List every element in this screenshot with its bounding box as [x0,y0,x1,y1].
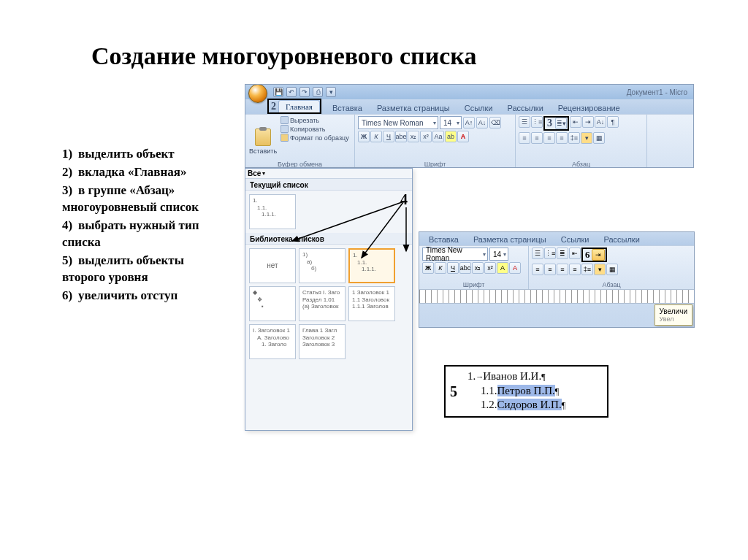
tab-mailings[interactable]: Рассылки [500,102,549,114]
format-painter-button[interactable]: Формат по образцу [279,134,351,142]
ribbon2-para-group: ☰ ⋮≡ ≣ ⇤ 6 ⇥ ≡ ≡ ≡ ≡ ‡≡ ▾ ▦ Абзац [529,246,694,289]
show-marks-button[interactable]: ¶ [607,116,619,128]
thumb-style-6[interactable]: I. Заголовок 1A. Заголово1. Заголо [249,324,296,359]
r2-multilevel[interactable]: ≣ [557,248,568,259]
ribbon-main: 💾 ↶ ↷ ⎙ ▾ Документ1 - Micro 2 Главная Вс… [245,84,694,168]
tab-insert[interactable]: Вставка [326,102,369,114]
tab-review[interactable]: Рецензирование [552,102,627,114]
step-2: 2)вкладка «Главная» [62,164,230,181]
step-6: 6)увеличить отступ [62,288,230,304]
r2-align-r[interactable]: ≡ [557,264,568,275]
group-clipboard: Вставить Вырезать Копировать Формат по о… [245,115,355,168]
tab2-layout[interactable]: Разметка страницы [467,234,553,245]
instructions-list: 1)выделить объект 2)вкладка «Главная» 3)… [62,146,230,305]
qat-redo-icon[interactable]: ↷ [299,87,310,97]
line-spacing-button[interactable]: ‡≡ [568,132,580,144]
italic-button[interactable]: К [370,131,382,142]
r2-highlight[interactable]: A [497,262,508,274]
step-1: 1)выделить объект [62,146,230,163]
quick-access-toolbar: 💾 ↶ ↷ ⎙ ▾ Документ1 - Micro [245,85,693,99]
callout-3: 3 ≣▾ [543,116,569,131]
group-label-paragraph: Абзац [516,161,646,168]
r2-align-l[interactable]: ≡ [532,264,543,275]
office-button[interactable] [248,84,267,103]
r2-color[interactable]: A [509,262,521,274]
scissors-icon [280,116,289,124]
tab2-references[interactable]: Ссылки [554,234,596,245]
font-size-combo[interactable]: 14 [440,116,462,129]
bold-button[interactable]: Ж [358,131,370,142]
justify-button[interactable]: ≡ [556,132,568,144]
r2-sup[interactable]: x² [484,262,496,274]
step-3: 3)в группе «Абзац» многоуровневый список [62,183,230,216]
borders-button[interactable]: ▦ [593,132,605,144]
thumb-style-4[interactable]: Статья I. ЗагоРаздел 1.01(a) Заголовок [299,286,346,321]
ribbon2-tabs: Вставка Разметка страницы Ссылки Рассылк… [419,232,694,245]
window-title: Документ1 - Micro [627,88,690,96]
gallery-section-current: Текущий список [245,179,412,191]
strike-button[interactable]: abe [395,131,407,142]
r2-strike[interactable]: abc [459,262,471,274]
superscript-button[interactable]: x² [420,131,432,142]
thumb-style-5[interactable]: 1 Заголовок 11.1 Заголовок1.1.1 Заголов [348,286,395,321]
r2-increase-indent-button[interactable]: ⇥ [592,249,605,261]
tab-layout[interactable]: Разметка страницы [370,102,457,114]
qat-more-icon[interactable]: ▾ [326,87,336,97]
increase-indent-button[interactable]: ⇥ [582,116,594,128]
qat-print-icon[interactable]: ⎙ [313,87,323,97]
r2-para-label: Абзац [529,281,694,288]
callout-5: 5 [450,383,457,400]
r2-bold[interactable]: Ж [422,262,434,274]
tab2-mailings[interactable]: Рассылки [597,234,646,245]
r2-size-combo[interactable]: 14 [489,248,508,261]
align-left-button[interactable]: ≡ [519,132,530,144]
tab-references[interactable]: Ссылки [458,102,500,114]
shading-button[interactable]: ▾ [581,132,592,144]
sort-button[interactable]: A↓ [595,116,606,128]
r2-italic[interactable]: К [435,262,446,274]
qat-save-icon[interactable]: 💾 [273,87,283,97]
r2-align-c[interactable]: ≡ [544,264,556,275]
qat-undo-icon[interactable]: ↶ [286,87,297,97]
font-name-combo[interactable]: Times New Roman [358,116,438,129]
r2-sub[interactable]: x₂ [472,262,484,274]
sample-row-2: 1.1.Петров П.П. [468,384,565,399]
align-center-button[interactable]: ≡ [531,132,543,144]
bullets-button[interactable]: ☰ [519,116,530,128]
group-label-font: Шрифт [355,161,515,168]
r2-underline[interactable]: Ч [447,262,459,274]
copy-icon [280,125,289,133]
thumb-style-7[interactable]: Глава 1 ЗаглЗаголовок 2Заголовок 3 [299,324,346,359]
step-5: 5)выделить объекты второго уровня [62,253,230,286]
change-case-button[interactable]: Aa [432,131,444,142]
paste-button[interactable]: Вставить [248,116,278,167]
shrink-font-icon[interactable]: A↓ [476,117,488,129]
grow-font-icon[interactable]: A↑ [463,117,475,129]
r2-numbering[interactable]: ⋮≡ [544,248,556,259]
underline-button[interactable]: Ч [383,131,394,142]
tab-home[interactable]: Главная [278,100,320,112]
thumb-style-3[interactable]: ◆❖▪ [249,286,296,321]
highlight-button[interactable]: ab [445,131,457,142]
clear-format-icon[interactable]: ⌫ [489,117,501,129]
align-right-button[interactable]: ≡ [543,132,555,144]
r2-shading[interactable]: ▾ [594,264,606,275]
decrease-indent-button[interactable]: ⇤ [570,116,581,128]
r2-dec-indent[interactable]: ⇤ [569,248,581,259]
tab2-insert[interactable]: Вставка [422,234,465,245]
copy-button[interactable]: Копировать [279,125,351,133]
step-4: 4)выбрать нужный тип списка [62,218,230,251]
r2-justify[interactable]: ≡ [569,264,581,275]
r2-font-combo[interactable]: Times New Roman [422,248,488,261]
gallery-all-row[interactable]: Все▾ [245,169,412,179]
r2-bullets[interactable]: ☰ [532,248,543,259]
numbering-button[interactable]: ⋮≡ [531,116,543,128]
ruler[interactable] [419,289,694,304]
font-color-button[interactable]: A [457,131,469,142]
r2-borders[interactable]: ▦ [606,264,618,275]
subscript-button[interactable]: x₂ [408,131,419,142]
multilevel-list-button[interactable]: ≣▾ [555,118,567,129]
cut-button[interactable]: Вырезать [279,116,351,124]
callout-6: 6 ⇥ [581,248,607,262]
r2-spacing[interactable]: ‡≡ [581,264,593,275]
